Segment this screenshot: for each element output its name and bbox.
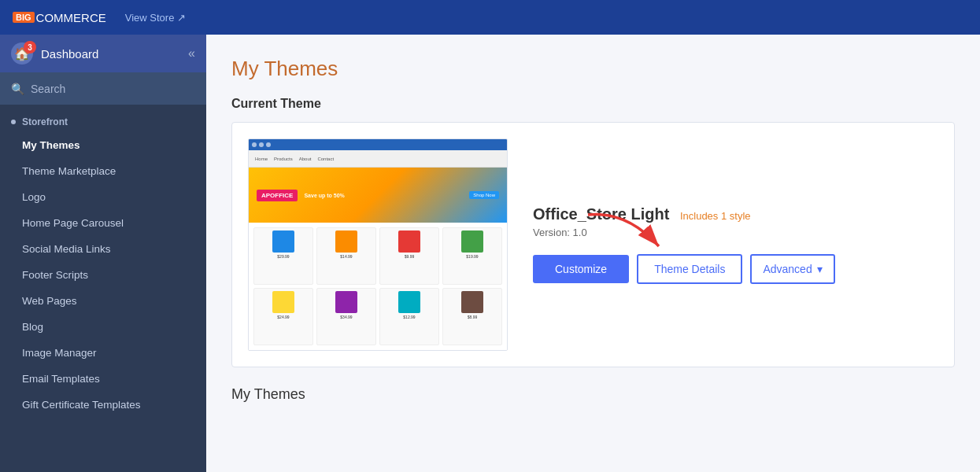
- sidebar: 🏠 3 Dashboard « 🔍 Storefront My Themes T…: [0, 35, 206, 472]
- sidebar-item-blog[interactable]: Blog: [0, 314, 206, 340]
- sidebar-item-label: Gift Certificate Templates: [22, 399, 141, 411]
- theme-info: Office_Store Light Includes 1 style Vers…: [533, 205, 938, 284]
- preview-inner: Home Products About Contact APOFFICE Sav…: [249, 139, 507, 350]
- sidebar-item-label: Footer Scripts: [22, 269, 88, 281]
- collapse-icon[interactable]: «: [188, 46, 195, 61]
- main-content: My Themes Current Theme Home Products Ab…: [206, 35, 980, 472]
- dashboard-badge: 3: [24, 41, 36, 53]
- sidebar-item-logo[interactable]: Logo: [0, 184, 206, 210]
- sidebar-item-label: Home Page Carousel: [22, 217, 124, 229]
- view-store-label: View Store: [125, 12, 175, 24]
- customize-button[interactable]: Customize: [533, 255, 629, 283]
- my-themes-section-title: My Themes: [231, 386, 955, 403]
- preview-products: $29.99 $14.99 $9.99 $19.99 $24.99 $34.99…: [249, 223, 507, 350]
- preview-nav: Home Products About Contact: [249, 150, 507, 168]
- logo-big-text: BIG: [16, 13, 31, 22]
- sidebar-item-theme-marketplace[interactable]: Theme Marketplace: [0, 158, 206, 184]
- theme-actions: Customize Theme Details Advanced ▾: [533, 254, 938, 284]
- current-theme-card: Home Products About Contact APOFFICE Sav…: [231, 122, 955, 367]
- sidebar-item-gift-certificate-templates[interactable]: Gift Certificate Templates: [0, 392, 206, 418]
- sidebar-item-my-themes[interactable]: My Themes: [0, 132, 206, 158]
- logo: BIGCOMMERCE: [13, 11, 106, 24]
- view-store-link[interactable]: View Store ↗: [125, 12, 187, 24]
- storefront-label: Storefront: [22, 116, 68, 127]
- storefront-section-header: Storefront: [0, 105, 206, 132]
- dashboard-label: Dashboard: [41, 47, 98, 61]
- page-title: My Themes: [231, 57, 955, 81]
- sidebar-item-label: Logo: [22, 191, 46, 203]
- preview-topbar: [249, 139, 507, 150]
- theme-preview: Home Products About Contact APOFFICE Sav…: [248, 138, 508, 351]
- sidebar-item-label: My Themes: [22, 139, 80, 151]
- logo-box: BIG: [13, 12, 35, 23]
- advanced-dropdown-icon: ▾: [817, 263, 823, 275]
- sidebar-dashboard[interactable]: 🏠 3 Dashboard «: [0, 35, 206, 72]
- sidebar-item-label: Theme Marketplace: [22, 165, 116, 177]
- search-input[interactable]: [31, 83, 195, 95]
- sidebar-item-web-pages[interactable]: Web Pages: [0, 288, 206, 314]
- sidebar-item-home-page-carousel[interactable]: Home Page Carousel: [0, 210, 206, 236]
- external-link-icon: ↗: [177, 12, 186, 24]
- sidebar-item-label: Web Pages: [22, 295, 77, 307]
- theme-details-button[interactable]: Theme Details: [637, 254, 742, 284]
- sidebar-item-footer-scripts[interactable]: Footer Scripts: [0, 262, 206, 288]
- logo-commerce-text: COMMERCE: [36, 11, 106, 24]
- theme-name: Office_Store Light Includes 1 style: [533, 205, 938, 223]
- theme-version: Version: 1.0: [533, 227, 938, 238]
- sidebar-search-area: 🔍: [0, 72, 206, 105]
- section-dot: [11, 120, 16, 124]
- current-theme-section-title: Current Theme: [231, 97, 955, 111]
- sidebar-item-social-media-links[interactable]: Social Media Links: [0, 236, 206, 262]
- advanced-label: Advanced: [763, 263, 812, 275]
- search-icon: 🔍: [11, 83, 24, 95]
- layout: 🏠 3 Dashboard « 🔍 Storefront My Themes T…: [0, 35, 980, 472]
- sidebar-item-email-templates[interactable]: Email Templates: [0, 366, 206, 392]
- theme-includes: Includes 1 style: [680, 210, 751, 222]
- preview-hero: APOFFICE Save up to 50% Shop Now: [249, 168, 507, 223]
- sidebar-item-label: Image Manager: [22, 347, 97, 359]
- sidebar-item-label: Social Media Links: [22, 243, 111, 255]
- sidebar-item-image-manager[interactable]: Image Manager: [0, 340, 206, 366]
- sidebar-item-label: Blog: [22, 321, 43, 333]
- advanced-button[interactable]: Advanced ▾: [750, 254, 834, 284]
- sidebar-item-label: Email Templates: [22, 373, 100, 385]
- top-bar: BIGCOMMERCE View Store ↗: [0, 0, 980, 35]
